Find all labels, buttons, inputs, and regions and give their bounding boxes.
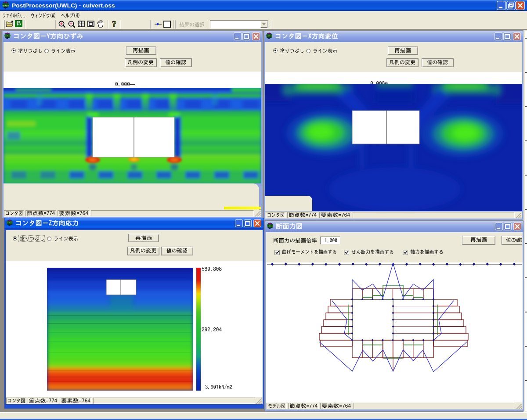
svg-text:?: ?	[112, 20, 116, 29]
